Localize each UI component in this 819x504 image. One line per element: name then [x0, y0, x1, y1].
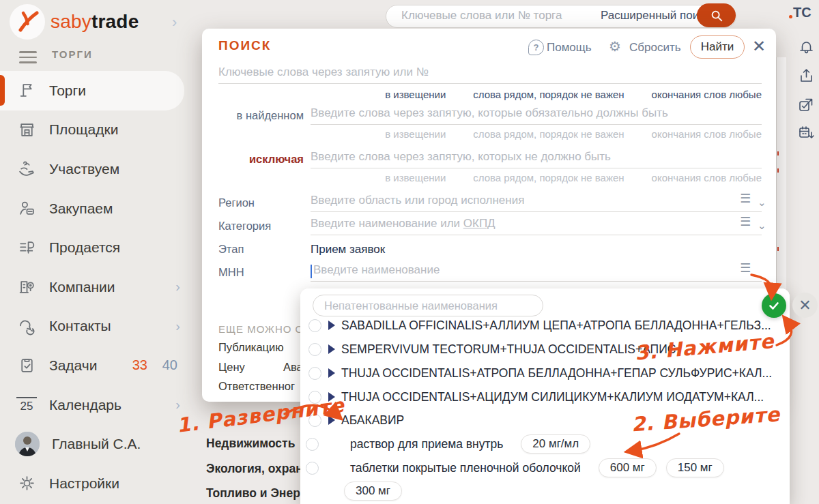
bg-filter-toplivo[interactable]: Топливо и Энерг [206, 486, 305, 501]
filter-publication[interactable]: Публикацию [218, 341, 284, 354]
option-in-notice[interactable]: в извещении [385, 128, 446, 140]
mnn-input[interactable]: Введите наименование ☰ [311, 263, 762, 282]
help-button[interactable]: Помощь [547, 41, 592, 55]
checkbox[interactable] [306, 462, 319, 475]
checkbox[interactable] [306, 438, 319, 451]
checkbox[interactable] [308, 343, 321, 356]
saby-bird-icon [10, 4, 45, 40]
logo-trade: trade [91, 11, 139, 32]
sidebar-item-kompanii[interactable]: Компании › [0, 267, 190, 307]
expand-triangle-icon[interactable] [328, 344, 335, 354]
mnn-group-row: THUJA OCCIDENTALIS+АЦИДУМ СИЛИЦИКУМ+КАЛИ… [300, 388, 790, 406]
magnifier-icon [709, 8, 724, 23]
mnn-dropdown-panel: SABADILLA OFFICINALIS+АЛЛИУМ ЦЕПА+АТРОПА… [300, 288, 790, 504]
stage-label: Этап [218, 243, 300, 256]
mnn-search-input[interactable]: Непатентованные наименования [313, 295, 543, 316]
modal-title: ПОИСК [218, 38, 271, 53]
sidebar-item-ploshchadki[interactable]: Площадки [0, 110, 190, 150]
region-label: Регион [218, 196, 300, 209]
sidebar-item-kalendar[interactable]: 25 Календарь › [0, 385, 190, 425]
sidebar-section-caption: ТОРГИ [52, 48, 93, 60]
bg-filter-ekologiya[interactable]: Экология, охран [206, 462, 303, 476]
sidebar-item-torgi[interactable]: Торги [0, 71, 184, 110]
list-menu-icon[interactable]: ☰ [740, 219, 751, 225]
category-input[interactable]: Введите наименование или ОКПД ☰ ⌄ [311, 217, 762, 235]
reset-button[interactable]: Сбросить [629, 41, 681, 55]
checkbox[interactable] [308, 319, 321, 332]
bg-filter-nedvizhimost[interactable]: Недвижимость [206, 436, 295, 451]
sidebar-item-nastroyki[interactable]: Настройки [0, 464, 190, 503]
search-button[interactable] [697, 3, 736, 27]
mnn-label: МНН [218, 266, 300, 279]
sidebar-item-zakupaem[interactable]: Закупаем [0, 189, 190, 228]
hamburger-menu-icon[interactable] [19, 48, 37, 61]
search-options-row: в извещении слова рядом, порядок не важе… [311, 128, 762, 140]
sidebar-item-profile[interactable]: Главный С.А. [0, 424, 190, 464]
chevron-down-icon[interactable]: ⌄ [758, 196, 766, 209]
sidebar-item-kontakty[interactable]: Контакты › [0, 307, 190, 346]
company-pin-icon [16, 277, 37, 297]
list-menu-icon[interactable]: ☰ [740, 265, 751, 271]
marketplace-icon [16, 119, 37, 140]
logo-saby: saby [51, 11, 91, 32]
okpd-link[interactable]: ОКПД [463, 217, 495, 230]
chevron-right-icon: › [175, 279, 180, 295]
sidebar-item-uchastvuem[interactable]: Участвуем [0, 149, 190, 189]
option-in-notice[interactable]: в извещении [385, 172, 446, 183]
option-endings-any[interactable]: окончания слов любые [652, 89, 762, 100]
reset-gear-icon[interactable]: ⚙ [609, 38, 621, 55]
mnn-dose-row: 300 мг [300, 482, 790, 500]
found-input[interactable]: Введите слова через запятую, которые обя… [311, 106, 762, 125]
find-button[interactable]: Найти [690, 35, 745, 59]
confirm-button[interactable] [762, 293, 786, 318]
dose-pill[interactable]: 300 мг [344, 481, 402, 501]
list-menu-icon[interactable]: ☰ [740, 196, 751, 202]
sidebar-nav: Торги Площадки Участвуем Закупаем [0, 71, 190, 503]
ts-logo[interactable]: ТС [793, 5, 811, 20]
stage-value[interactable]: Прием заявок [311, 243, 385, 256]
chevron-down-icon[interactable]: ⌄ [758, 220, 766, 232]
checkbox[interactable] [308, 367, 321, 380]
sidebar-item-zadachi[interactable]: Задачи 33 40 [0, 346, 190, 385]
tasks-badge-primary: 33 [132, 357, 147, 373]
option-in-notice[interactable]: в извещении [385, 89, 446, 100]
saby-logo-circle[interactable] [10, 4, 45, 40]
sidebar-item-prodaetsya[interactable]: Продается [0, 228, 190, 267]
keywords-input[interactable]: Ключевые слова через запятую или № [218, 65, 762, 84]
calendar-download-icon[interactable] [797, 124, 816, 143]
notifications-bell-icon[interactable] [797, 38, 816, 56]
upload-icon[interactable] [797, 67, 816, 85]
auction-icon [16, 80, 37, 101]
option-endings-any[interactable]: окончания слов любые [652, 128, 762, 140]
modal-close-icon[interactable]: ✕ [752, 37, 766, 56]
dose-pill[interactable]: 20 мг/мл [521, 434, 590, 454]
sidebar-expand-chevron-icon[interactable]: › [172, 14, 177, 31]
option-words-near[interactable]: слова рядом, порядок не важен [473, 172, 624, 183]
global-search-placeholder: Ключевые слова или № торга [401, 9, 562, 23]
dropdown-close-icon[interactable]: ✕ [792, 293, 818, 318]
expand-triangle-icon[interactable] [328, 321, 335, 330]
expand-triangle-icon[interactable] [328, 368, 335, 378]
option-words-near[interactable]: слова рядом, порядок не важен [473, 128, 624, 140]
avatar [15, 432, 40, 456]
option-words-near[interactable]: слова рядом, порядок не важен [473, 89, 624, 100]
dose-pill[interactable]: 600 мг [599, 458, 657, 477]
app-root: sabytrade › ТОРГИ Торги Площадки [0, 0, 819, 504]
chat-bubbles-icon [16, 316, 37, 336]
price-list-icon [16, 237, 37, 258]
found-label: в найденном [202, 109, 304, 122]
region-input[interactable]: Введите область или город исполнения ☰ ⌄ [311, 194, 762, 212]
logo-wordmark[interactable]: sabytrade [51, 11, 139, 33]
dose-pill[interactable]: 150 мг [666, 458, 724, 477]
tasks-export-icon[interactable] [797, 95, 816, 114]
search-options-row-active: в извещении слова рядом, порядок не важе… [311, 89, 762, 100]
check-icon [767, 299, 781, 312]
category-label: Категория [218, 220, 300, 233]
filter-price[interactable]: Цену [218, 361, 245, 374]
filter-responsible[interactable]: Ответственног [218, 380, 295, 393]
advanced-search-link[interactable]: Расширенный поиск [601, 9, 710, 23]
exclude-input[interactable]: Введите слова через запятую, которых не … [311, 150, 762, 168]
option-endings-any[interactable]: окончания слов любые [652, 172, 762, 183]
search-options-row: в извещении слова рядом, порядок не важе… [311, 172, 762, 183]
help-icon[interactable]: ? [528, 40, 544, 55]
